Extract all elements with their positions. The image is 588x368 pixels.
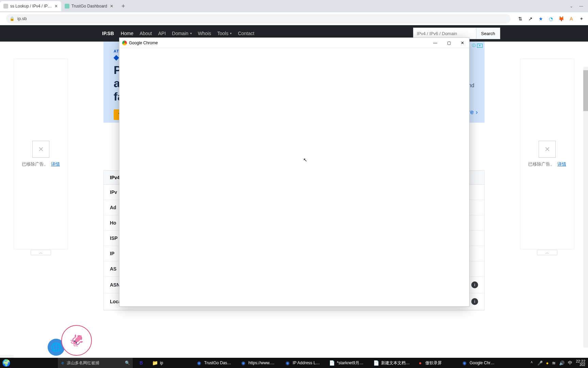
side-ad-left: ✕ 已移除广告。 详情 ︿: [14, 59, 68, 249]
taskbar-search[interactable]: ｅ 🔍: [58, 358, 133, 368]
nav-domain[interactable]: Domain: [172, 31, 192, 36]
nav-contact[interactable]: Contact: [238, 31, 254, 36]
translate-icon[interactable]: ⇅: [517, 16, 523, 22]
app-icon: ●: [417, 360, 423, 366]
popup-close-button[interactable]: ✕: [456, 38, 469, 48]
nav-home[interactable]: Home: [121, 31, 133, 36]
popup-min-button[interactable]: —: [428, 38, 442, 48]
ad-placeholder-icon: ✕: [32, 141, 49, 158]
scrollbar[interactable]: [583, 67, 588, 348]
ad-removed-label: 已移除广告。: [22, 162, 48, 167]
nav-whois[interactable]: Whois: [198, 31, 211, 36]
taskbar-app[interactable]: ◉Google Chr…: [459, 358, 504, 368]
ad-more-link[interactable]: re ›: [468, 109, 478, 116]
system-tray: ＾ 🎤 ● ≋ 🔊 中 22:22 202: [527, 359, 588, 367]
tray-volume-icon[interactable]: 🔊: [559, 361, 565, 366]
address-bar: 🔒 ip.sb ⇅ ↗ ★ ◔ 🦊 A ✦: [0, 12, 588, 25]
tray-mic-icon[interactable]: 🎤: [537, 361, 543, 366]
taskbar-app[interactable]: 📄新建文本文档…: [371, 358, 415, 368]
taskbar-app[interactable]: 📁ip: [150, 358, 194, 368]
app-label: 傲软录屏: [425, 360, 442, 366]
nav-api[interactable]: API: [158, 31, 166, 36]
app-icon: ◉: [240, 360, 246, 366]
popup-title: Google Chrome: [129, 41, 158, 45]
taskbar-app[interactable]: ◉IP Address L…: [282, 358, 327, 368]
app-label: Google Chr…: [470, 361, 494, 365]
window-dropdown-icon[interactable]: ⌄: [570, 4, 573, 9]
app-label: TrustGo Das…: [204, 361, 231, 365]
side-ad-right: ✕ 已移除广告。 详情 ︿: [520, 59, 574, 249]
app-label: IP Address L…: [293, 361, 320, 365]
info-icon[interactable]: i: [471, 281, 478, 288]
collapse-up-icon[interactable]: ︿: [31, 250, 51, 255]
tray-date: 202: [576, 363, 585, 367]
nav-links: Home About API Domain Whois Tools Contac…: [121, 31, 255, 36]
app-icon: 📄: [329, 360, 335, 366]
search-icon[interactable]: 🔍: [125, 361, 130, 365]
info-icon[interactable]: i: [471, 298, 478, 305]
popup-chrome-window: Google Chrome — ▢ ✕ ↖: [119, 37, 470, 307]
browser-tab-strip: ss Lookup / IPv4 / IP… ✕ TrustGo Dashboa…: [0, 0, 588, 12]
float-icons: 🌐 🦑: [48, 325, 92, 356]
tab-close-icon[interactable]: ✕: [110, 4, 113, 9]
cursor-icon: ↖: [303, 157, 307, 163]
taskbar-search-input[interactable]: [67, 361, 125, 365]
extensions-puzzle-icon[interactable]: ✦: [578, 16, 585, 22]
tab-title: TrustGo Dashboard: [71, 4, 107, 9]
site-brand[interactable]: IP.SB: [102, 31, 114, 36]
bookmark-star-icon[interactable]: ★: [538, 16, 544, 22]
app-icon: ◉: [284, 360, 291, 366]
tray-dot-icon[interactable]: ●: [546, 361, 549, 366]
share-icon[interactable]: ↗: [527, 16, 534, 22]
collapse-up-icon[interactable]: ︿: [537, 250, 557, 255]
ad-removed-label: 已移除广告。: [528, 162, 555, 167]
ie-icon: ｅ: [61, 360, 65, 366]
tray-time: 22:22: [576, 359, 585, 363]
url-field[interactable]: 🔒 ip.sb: [6, 14, 510, 24]
popup-titlebar[interactable]: Google Chrome — ▢ ✕: [119, 38, 469, 48]
taskbar-app[interactable]: ●傲软录屏: [415, 358, 459, 368]
app-label: *starknet9月…: [337, 360, 363, 366]
taskbar: 🌍 ｅ 🔍 B📁ip◉TrustGo Das…◉https://www.…◉IP…: [0, 358, 588, 368]
window-min-icon[interactable]: —: [579, 4, 583, 9]
ad-badge: ⓘ✕: [472, 43, 483, 48]
ad-close-icon[interactable]: ✕: [477, 44, 483, 48]
search-button[interactable]: Search: [476, 28, 500, 39]
taskbar-app[interactable]: B: [133, 358, 150, 368]
new-tab-button[interactable]: +: [119, 3, 127, 10]
globe-taskbar-icon[interactable]: 🌍: [2, 359, 11, 367]
jira-diamond-icon: ◆: [114, 53, 119, 61]
favicon: [65, 4, 69, 9]
browser-tab-active[interactable]: ss Lookup / IPv4 / IP… ✕: [0, 1, 61, 11]
taskbar-app[interactable]: ◉https://www.…: [238, 358, 282, 368]
app-label: ip: [160, 361, 163, 365]
taskbar-app[interactable]: ◉TrustGo Das…: [194, 358, 238, 368]
tray-ime-icon[interactable]: 中: [568, 360, 572, 366]
app-icon: ◉: [196, 360, 202, 366]
browser-tab[interactable]: TrustGo Dashboard ✕: [61, 1, 117, 11]
nav-about[interactable]: About: [140, 31, 152, 36]
nav-tools[interactable]: Tools: [217, 31, 232, 36]
app-icon: ◉: [461, 360, 468, 366]
app-label: 新建文本文档…: [381, 360, 410, 366]
tab-title: ss Lookup / IPv4 / IP…: [10, 4, 52, 9]
popup-body: ↖: [119, 48, 469, 306]
extension-icon[interactable]: ◔: [548, 16, 554, 22]
scrollbar-thumb[interactable]: [583, 70, 588, 111]
url-text: ip.sb: [17, 16, 27, 21]
ad-details-link[interactable]: 详情: [51, 162, 60, 167]
popup-max-button[interactable]: ▢: [442, 38, 456, 48]
ad-details-link[interactable]: 详情: [557, 162, 566, 167]
extension-icon[interactable]: A: [568, 16, 574, 22]
taskbar-apps: B📁ip◉TrustGo Das…◉https://www.…◉IP Addre…: [133, 358, 504, 368]
tab-close-icon[interactable]: ✕: [54, 4, 58, 9]
taskbar-app[interactable]: 📄*starknet9月…: [327, 358, 371, 368]
float-circle-icon[interactable]: 🦑: [61, 325, 92, 356]
ad-info-icon[interactable]: ⓘ: [472, 43, 476, 47]
extension-icons: ⇅ ↗ ★ ◔ 🦊 A ✦: [513, 16, 585, 22]
metamask-icon[interactable]: 🦊: [558, 16, 564, 22]
tray-net-icon[interactable]: ≋: [552, 361, 556, 366]
tray-up-icon[interactable]: ＾: [529, 360, 534, 366]
tray-clock[interactable]: 22:22 202: [576, 359, 585, 367]
ad-removed-text: 已移除广告。 详情: [22, 161, 60, 167]
